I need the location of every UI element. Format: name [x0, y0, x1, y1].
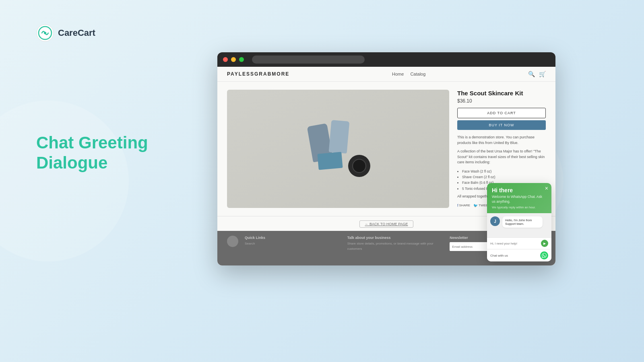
product-image-area [227, 90, 449, 208]
feature-text: Chat Greeting Dialogue [36, 133, 148, 173]
footer-quick-links: Quick Links Search [245, 236, 341, 247]
footer-talk-title: Talk about your business [347, 236, 444, 240]
chat-greeting: Hi there [492, 187, 547, 193]
cart-icon[interactable]: 🛒 [539, 71, 546, 77]
browser-dot-yellow[interactable] [231, 57, 236, 62]
nav-catalog[interactable]: Catalog [410, 72, 425, 76]
product-desc2: A collection of the best Ursa Major has … [457, 149, 546, 165]
product-tin [348, 155, 370, 177]
logo-area: CareCart [36, 24, 95, 42]
product-tin-inner [352, 159, 366, 173]
shopify-icon [227, 236, 238, 247]
chat-widget: × Hi there Welcome to WhatsApp Chat. Ask… [487, 183, 551, 261]
chat-close-button[interactable]: × [545, 185, 548, 191]
footer-quick-links-title: Quick Links [245, 236, 341, 240]
browser-dot-red[interactable] [223, 57, 228, 62]
chat-body: J Hello, I'm John from Support team. [487, 213, 551, 237]
footer-search-link[interactable]: Search [245, 241, 341, 247]
shop-brand: PAYLESSGRABMORE [227, 71, 289, 77]
whatsapp-icon[interactable] [540, 251, 548, 259]
chat-input[interactable] [490, 242, 539, 245]
product-desc1: This is a demonstration store. You can p… [457, 135, 546, 146]
feature-line2: Dialogue [36, 153, 148, 173]
search-icon[interactable]: 🔍 [528, 71, 535, 77]
feature-item: Face Wash (2 fl oz) [462, 169, 546, 174]
browser-chrome [217, 52, 555, 67]
product-price: $36.10 [457, 98, 546, 104]
back-to-home-link[interactable]: ← BACK TO HOME PAGE [359, 220, 413, 228]
chat-header: × Hi there Welcome to WhatsApp Chat. Ask… [487, 183, 551, 213]
share-btn[interactable]: f SHARE [457, 204, 470, 208]
product-shapes [302, 113, 374, 185]
url-bar[interactable] [252, 56, 365, 64]
footer-talk-desc: Share store details, promotions, or bran… [347, 241, 444, 252]
product-box1 [317, 152, 343, 170]
browser-dot-green[interactable] [239, 57, 244, 62]
logo-text: CareCart [58, 28, 95, 38]
shop-nav: PAYLESSGRABMORE Home Catalog 🔍 🛒 [217, 67, 555, 82]
chat-footer: Chat with us [487, 249, 551, 261]
chat-with-us-label: Chat with us [490, 254, 508, 257]
chat-welcome-text: Welcome to WhatsApp Chat. Ask us anythin… [492, 195, 547, 204]
agent-bubble: Hello, I'm John from Support team. [502, 216, 543, 228]
chat-reply-time: We typically reply within an hour. [492, 206, 547, 209]
send-icon: ▶ [543, 242, 546, 245]
shop-nav-links: Home Catalog [392, 72, 425, 76]
shop-content: PAYLESSGRABMORE Home Catalog 🔍 🛒 [217, 67, 555, 265]
svg-point-2 [44, 32, 46, 34]
chat-send-button[interactable]: ▶ [541, 240, 548, 247]
browser-window: PAYLESSGRABMORE Home Catalog 🔍 🛒 [217, 52, 555, 265]
footer-talk: Talk about your business Share store det… [347, 236, 444, 252]
agent-avatar: J [490, 216, 500, 226]
product-title: The Scout Skincare Kit [457, 90, 546, 97]
product-image-placeholder [227, 90, 449, 208]
product-bottle2 [329, 120, 350, 154]
chat-agent-message: J Hello, I'm John from Support team. [490, 216, 548, 228]
feature-item: Shave Cream (2 fl oz) [462, 174, 546, 180]
chat-input-row: ▶ [487, 237, 551, 249]
shop-nav-icons: 🔍 🛒 [528, 71, 546, 77]
carecart-logo-icon [36, 24, 54, 42]
nav-home[interactable]: Home [392, 72, 404, 76]
bg-decoration-left [0, 101, 129, 261]
add-to-cart-button[interactable]: ADD TO CART [457, 108, 546, 118]
feature-line1: Chat Greeting [36, 133, 148, 153]
buy-now-button[interactable]: BUY IT NOW [457, 120, 546, 130]
